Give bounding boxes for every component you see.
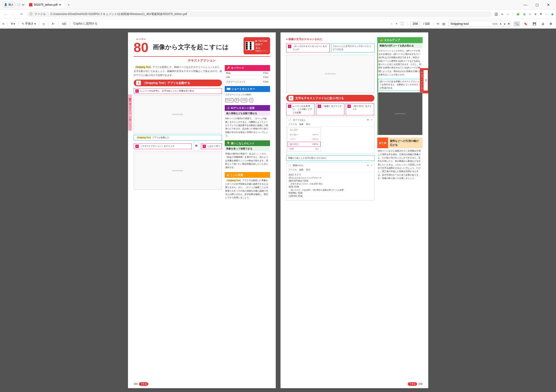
screenshot-3: (screenshot) <box>286 55 374 93</box>
keyword-row: スクリーンショットP.314 <box>225 80 270 84</box>
profile-label: 個人 <box>8 3 14 7</box>
minimize-button[interactable]: — <box>522 3 529 7</box>
pdf-page-right: 80 テキストアクション ● 画像の文字がスキャンされた 4［すべてのテキストを… <box>280 32 428 388</box>
shortcut-label: スクリーンショットの保存 <box>225 92 270 97</box>
back-button[interactable]: ← <box>2 13 8 16</box>
performance-icon[interactable]: ❤ <box>540 13 542 16</box>
scan-title: ● 画像の文字がスキャンされた <box>286 37 374 41</box>
qr-badge: ▶ YouTube 動画で 見る 詳細は2ページへ <box>244 37 270 54</box>
search-count: 5/15 <box>493 23 498 25</box>
search-close-icon[interactable]: ✕ <box>508 22 510 25</box>
info-4: スキャンした文字がクリップボードにコピーされる <box>331 44 374 53</box>
search-next-icon[interactable]: ∨ <box>503 22 506 25</box>
screenshot-1: (screenshot) <box>134 95 222 133</box>
search-input[interactable] <box>450 22 491 25</box>
search-icon[interactable]: 🔍 <box>514 21 520 26</box>
reload-button[interactable]: ⟳ <box>19 13 24 16</box>
text-button[interactable]: A⁺ <box>52 22 55 25</box>
lesson-number: 80 <box>134 41 148 54</box>
skill-body: スクリーンショットの中に、QRコードが含まれる場合は、QRコードに埋め込まれてい… <box>378 48 423 77</box>
workspaces-icon[interactable]: ⬚ <box>18 3 20 6</box>
keyword-header: 🔑 キーワード <box>225 65 270 71</box>
pdf-icon <box>29 3 32 7</box>
right-page-footer: できる 259 <box>408 382 423 386</box>
left-page-footer: 258 できる <box>134 382 148 386</box>
skill-info: QRコードがある画像にテキストアクションを実行すると、自動的にリンクのボタンが作… <box>378 79 423 91</box>
erase-button[interactable]: ◇ <box>43 22 45 25</box>
skill-header: 👍 スキルアップ <box>378 37 423 43</box>
intro-text: ［Snipping Tool］アプリを利用して、Webページなどのスクリーンショ… <box>134 65 222 77</box>
qr-code-icon <box>246 41 254 50</box>
lesson-title: 画像から文字を起こすには <box>153 42 229 52</box>
page-view-button[interactable]: ▤ <box>442 22 445 25</box>
ai-body: 259ページの操作4の画面で、［クイック編集］をクリックすると、AI機能によって… <box>225 116 270 138</box>
step-1-1: 1レッスン79を参考に、文字を起こしたい画像を切り取る <box>134 88 222 94</box>
icon-placeholder: ▦ <box>193 142 199 151</box>
hint-subheader: 画像を使って検索できる <box>225 146 270 151</box>
favorite-icon[interactable]: ☆ <box>507 13 509 16</box>
url-prefix: ファイル <box>34 12 46 16</box>
read-aloud-button[interactable]: aあ <box>62 22 67 26</box>
search-prev-icon[interactable]: ∧ <box>500 22 502 25</box>
summary-title: 資料などへの引用の幅が広がる <box>388 138 423 148</box>
favorites-icon[interactable]: ✩ <box>529 13 531 16</box>
zoom-out-button[interactable]: − <box>391 22 392 25</box>
zoom-in-button[interactable]: + <box>396 22 397 25</box>
info-5: 画像から起こした文字が貼りつけられた <box>286 155 374 161</box>
fit-button[interactable]: ⛶ <box>401 22 403 25</box>
copilot-icon[interactable]: ◉ <box>551 13 554 16</box>
ai-header: ✨ AIアシスタント活用 <box>225 105 270 111</box>
close-tab-icon[interactable]: ✕ <box>59 3 61 7</box>
step-2-3: 3［貼り付け］をクリック <box>346 103 374 115</box>
page-input[interactable] <box>410 21 420 26</box>
hint-header: 💡 使いこなしのヒント <box>225 140 270 146</box>
tab-title: 502075_teihon.pdf <box>34 3 57 7</box>
maximize-button[interactable]: ▢ <box>533 3 541 7</box>
person-icon: 👤 <box>4 3 8 6</box>
search-box: 5/15 ∧ ∨ ✕ <box>448 21 510 27</box>
screenshot-2: (screenshot) <box>134 152 222 190</box>
titlebar: 👤 個人 ⬚ ▭ 502075_teihon.pdf ✕ + — ▢ ✕ <box>0 0 556 9</box>
step-2-2: 2［編集］をクリック <box>316 103 344 115</box>
warn-body: ［Snipping Tool］アプリでは取得した画像からすべての文字情報を正確に… <box>225 178 270 200</box>
draw-button[interactable]: ✎ 手描き ▾ <box>22 22 36 26</box>
save-icon[interactable]: 💾 <box>531 21 538 26</box>
close-window-button[interactable]: ✕ <box>545 3 552 7</box>
screenshot-4: (screenshot) <box>378 92 423 135</box>
translate-icon[interactable]: 🔤 <box>494 13 498 16</box>
pdf-viewport[interactable]: 活用編 第10章 Windows 11を使いこなそう レッスン 80 画像から文… <box>0 29 556 392</box>
right-sidebar-tab: 80 テキストアクション <box>420 68 428 93</box>
pdf-toolbar: ≡ ∀ ▾ ✎ 手描き ▾ ◇ A⁺ aあ Copilot に質問する − + … <box>0 19 556 29</box>
menu-icon[interactable]: ⋯ <box>545 13 548 16</box>
settings-icon[interactable]: ⚙ <box>548 21 554 26</box>
subtitle: テキストアクション <box>134 58 270 63</box>
browser-tab[interactable]: 502075_teihon.pdf ✕ <box>26 2 64 8</box>
new-tab-button[interactable]: + <box>66 2 71 7</box>
skill-subheader: 画像内のQRコードを読み取れる <box>378 43 423 48</box>
sidebar-icon[interactable]: ▥ <box>523 13 525 16</box>
addressbar: ← → ⟳ ⓘ ファイル | C:/Users/ono-t/OneDrive%2… <box>0 9 556 19</box>
page-total: / 320 <box>423 22 430 25</box>
contents-button[interactable]: ≡ <box>2 22 4 25</box>
rotate-button[interactable]: ⟲ <box>437 22 439 25</box>
section-1-header: 1 ［Snipping Tool］アプリを起動する <box>134 80 222 86</box>
bookmark-ribbon-icon[interactable]: 🔖 <box>522 21 529 26</box>
profile-button[interactable]: 👤 個人 <box>2 2 16 8</box>
highlight-button[interactable]: ∀ ▾ <box>11 22 15 25</box>
keyword-row: URLP.312 <box>225 75 270 80</box>
step-2-1: 1レッスン11を参考に、［メモ帳］アプリを起動 <box>286 103 315 115</box>
zoom-out-icon[interactable]: ⊖ <box>501 13 503 16</box>
tab-overview-icon[interactable]: ▭ <box>22 3 24 6</box>
url-field[interactable]: ⓘ ファイル | C:/Users/ono-t/OneDrive%20-%20I… <box>27 11 492 17</box>
section-2-title: 文字をテキストファイルに貼り付ける <box>295 96 344 100</box>
url-text: C:/Users/ono-t/OneDrive%20-%20IPG/ドキュメント… <box>50 12 187 16</box>
collections-icon[interactable]: ⊕ <box>534 13 536 16</box>
ask-copilot-button[interactable]: Copilot に質問する <box>73 22 98 26</box>
left-sidebar-tab: 活用編 第10章 Windows 11を使いこなそう <box>128 94 132 131</box>
print-icon[interactable]: 🖨 <box>540 21 546 26</box>
file-icon: ⓘ <box>30 12 32 16</box>
notepad-mock-2: 📄図表I-4-2-1✕+ ファイル編集表示 図表I-4-2-1AI法におけるリス… <box>286 162 374 200</box>
shortcut-keys: PrtScn/⊞+Shift+S <box>225 97 254 103</box>
extensions-icon[interactable]: 🧩 <box>517 13 520 16</box>
warn-header: ⚠ ここに注意 <box>225 172 270 178</box>
